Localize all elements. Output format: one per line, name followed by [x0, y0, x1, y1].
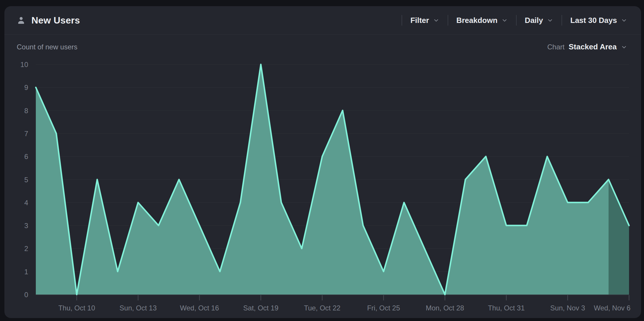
chevron-down-icon	[621, 17, 627, 24]
metric-label: Count of new users	[17, 43, 77, 51]
chevron-down-icon	[621, 44, 627, 50]
filter-dropdown[interactable]: Filter	[410, 16, 439, 25]
filter-dropdown-label: Filter	[410, 16, 429, 25]
divider	[516, 15, 517, 26]
date-range-dropdown[interactable]: Last 30 Days	[570, 16, 627, 25]
chart-type-dropdown[interactable]: Chart Stacked Area	[547, 42, 627, 51]
breakdown-dropdown-label: Breakdown	[456, 16, 498, 25]
chevron-down-icon	[547, 17, 553, 24]
divider	[448, 15, 448, 26]
date-range-dropdown-label: Last 30 Days	[570, 16, 617, 25]
chart-toolbar: Count of new users Chart Stacked Area	[4, 35, 641, 51]
new-users-card: New Users Filter Breakdown Daily	[4, 6, 641, 318]
divider	[562, 15, 562, 26]
dashboard-page: { "header": { "title": "New Users", "con…	[0, 0, 644, 321]
page-title: New Users	[31, 15, 80, 26]
granularity-dropdown-label: Daily	[525, 16, 543, 25]
title-group: New Users	[17, 15, 80, 26]
card-header: New Users Filter Breakdown Daily	[4, 6, 641, 35]
chart-type-caption: Chart	[547, 43, 565, 51]
chart-type-value: Stacked Area	[569, 42, 617, 51]
chevron-down-icon	[501, 17, 508, 24]
person-icon	[17, 16, 26, 25]
breakdown-dropdown[interactable]: Breakdown	[456, 16, 508, 25]
granularity-dropdown[interactable]: Daily	[525, 16, 553, 25]
chevron-down-icon	[433, 17, 439, 24]
divider	[402, 15, 402, 26]
header-controls: Filter Breakdown Daily Las	[402, 6, 627, 34]
